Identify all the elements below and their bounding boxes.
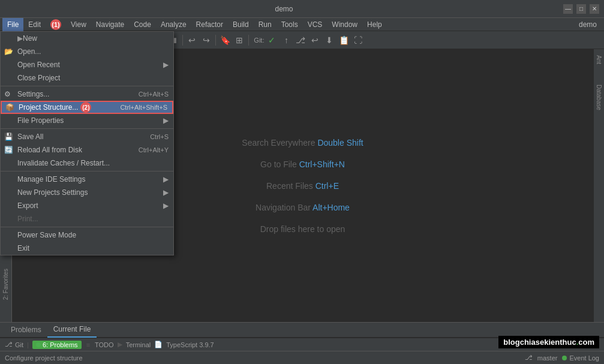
- bottom-terminal[interactable]: Terminal: [126, 341, 151, 348]
- menu-item-file-properties[interactable]: File Properties ▶: [1, 114, 173, 127]
- menu-item-reload[interactable]: 🔄 Reload All from Disk Ctrl+Alt+Y: [1, 143, 173, 157]
- event-log-label: Event Log: [569, 354, 599, 362]
- menu-item-new[interactable]: ▶ New: [1, 32, 173, 45]
- menu-settings-shortcut: Ctrl+Alt+S: [139, 91, 169, 98]
- bottom-tab-problems[interactable]: Problems: [5, 322, 47, 338]
- menu-item-export[interactable]: Export ▶: [1, 199, 173, 212]
- menu-demo[interactable]: demo: [574, 18, 602, 31]
- menu-item-settings[interactable]: ⚙ Settings... Ctrl+Alt+S: [1, 88, 173, 101]
- close-button[interactable]: ✕: [590, 4, 599, 14]
- menu-new-projects-label: New Projects Settings: [17, 188, 88, 197]
- event-log-button[interactable]: Event Log: [562, 354, 599, 362]
- bottom-git-icon: ⎇: [5, 341, 13, 348]
- watermark: blogchiasekienthuc.com: [498, 336, 599, 348]
- sep1: [1, 86, 173, 86]
- toolbar-sep4: [215, 35, 216, 46]
- menu-step1[interactable]: (1): [46, 18, 66, 31]
- menu-file[interactable]: File: [2, 18, 23, 31]
- menu-file-properties-arrow: ▶: [163, 116, 169, 125]
- menu-print-label: Print...: [17, 215, 38, 223]
- menu-item-project-structure[interactable]: 📦 Project Structure... (2) Ctrl+Alt+Shif…: [1, 101, 173, 114]
- hint-recent: Recent Files Ctrl+E: [266, 181, 339, 191]
- menu-save-all-label: Save All: [17, 133, 43, 141]
- menu-run[interactable]: Run: [254, 18, 277, 31]
- toolbar-bookmark[interactable]: 🔖: [218, 34, 232, 47]
- watermark-com: com: [578, 338, 594, 347]
- menu-item-save-all[interactable]: 💾 Save All Ctrl+S: [1, 130, 173, 143]
- git-revert[interactable]: ↩: [308, 34, 321, 47]
- git-label: Git:: [254, 37, 264, 44]
- menu-item-manage-ide[interactable]: Manage IDE Settings ▶: [1, 173, 173, 186]
- menu-item-power-save[interactable]: Power Save Mode: [1, 228, 173, 242]
- menu-project-structure-label: Project Structure...: [19, 103, 78, 112]
- branch-label[interactable]: master: [537, 354, 558, 362]
- hint-drop: Drop files here to open: [260, 224, 345, 234]
- title-bar: demo — □ ✕: [0, 0, 604, 18]
- menu-tools[interactable]: Tools: [277, 18, 303, 31]
- problems-circle: [36, 342, 41, 347]
- bottom-typescript[interactable]: TypeScript 3.9.7: [166, 341, 214, 348]
- menu-export-arrow: ▶: [163, 201, 169, 210]
- status-configure[interactable]: Configure project structure: [5, 354, 83, 362]
- menu-navigate[interactable]: Navigate: [91, 18, 129, 31]
- menu-new-projects-arrow: ▶: [163, 188, 169, 197]
- menu-item-open[interactable]: 📂 Open...: [1, 45, 173, 58]
- toolbar-btn3[interactable]: ↩: [185, 34, 199, 47]
- git-fetch[interactable]: ⬇: [323, 34, 336, 47]
- bottom-git-label[interactable]: Git: [15, 341, 23, 348]
- git-history[interactable]: 📋: [337, 34, 350, 47]
- menu-item-open-recent[interactable]: Open Recent ▶: [1, 58, 173, 71]
- menu-project-structure-icon: 📦: [5, 103, 14, 112]
- menu-reload-shortcut: Ctrl+Alt+Y: [139, 146, 169, 154]
- git-push[interactable]: ↑: [280, 34, 293, 47]
- menu-item-close-project[interactable]: Close Project: [1, 71, 173, 85]
- menu-power-save-label: Power Save Mode: [17, 231, 76, 239]
- hint-navbar-shortcut: Alt+Home: [312, 203, 350, 212]
- sep3: [1, 171, 173, 172]
- bottom-sep1: |: [27, 341, 29, 348]
- menu-reload-icon: 🔄: [4, 146, 13, 154]
- menu-open-label: Open...: [17, 47, 41, 56]
- menu-build[interactable]: Build: [228, 18, 254, 31]
- menu-window[interactable]: Window: [327, 18, 362, 31]
- hint-search-shortcut: Double Shift: [317, 138, 363, 148]
- window-controls: — □ ✕: [563, 4, 599, 14]
- git-fullscreen[interactable]: ⛶: [351, 34, 365, 47]
- menu-new-arrow: ▶: [17, 34, 23, 43]
- bottom-sep2: ≡: [86, 341, 90, 348]
- sidebar-tab-favorites[interactable]: 2: Favorites: [1, 265, 10, 303]
- menu-invalidate-label: Invalidate Caches / Restart...: [17, 159, 110, 167]
- maximize-button[interactable]: □: [576, 4, 586, 14]
- menu-analyze[interactable]: Analyze: [156, 18, 191, 31]
- menu-item-new-projects[interactable]: New Projects Settings ▶: [1, 186, 173, 199]
- menu-help[interactable]: Help: [362, 18, 387, 31]
- toolbar-layout[interactable]: ⊞: [233, 34, 246, 47]
- bottom-problems-btn[interactable]: 6: Problems: [32, 341, 82, 349]
- bottom-tab-current-file[interactable]: Current File: [47, 322, 97, 338]
- dropdown-overlay: ▶ New 📂 Open... Open Recent ▶ Close Proj…: [0, 31, 174, 255]
- sidebar-tab-ant[interactable]: Ant: [594, 52, 603, 68]
- menu-close-project-label: Close Project: [17, 74, 60, 82]
- menu-refactor[interactable]: Refactor: [191, 18, 228, 31]
- menu-open-icon: 📂: [4, 47, 13, 56]
- menu-view[interactable]: View: [66, 18, 91, 31]
- git-branch[interactable]: ⎇: [294, 34, 307, 47]
- title-bar-text: demo: [5, 5, 563, 13]
- menu-item-invalidate[interactable]: Invalidate Caches / Restart...: [1, 157, 173, 170]
- toolbar-btn4[interactable]: ↪: [200, 34, 213, 47]
- bottom-todo[interactable]: TODO: [95, 341, 114, 348]
- minimize-button[interactable]: —: [563, 4, 573, 14]
- menu-item-exit[interactable]: Exit: [1, 242, 173, 255]
- step-badge-2: (2): [80, 102, 91, 113]
- menu-vcs[interactable]: VCS: [303, 18, 327, 31]
- sep2: [1, 128, 173, 129]
- menu-edit[interactable]: Edit: [23, 18, 46, 31]
- hint-search: Search Everywhere Double Shift: [242, 138, 363, 148]
- status-bar: Configure project structure ⎇ master Eve…: [0, 351, 604, 364]
- sidebar-tab-database[interactable]: Database: [594, 81, 603, 114]
- branch-icon: ⎇: [525, 354, 533, 362]
- git-update[interactable]: ✓: [265, 34, 278, 47]
- hint-recent-shortcut: Ctrl+E: [315, 181, 339, 191]
- menu-code[interactable]: Code: [129, 18, 156, 31]
- file-menu: ▶ New 📂 Open... Open Recent ▶ Close Proj…: [0, 31, 174, 255]
